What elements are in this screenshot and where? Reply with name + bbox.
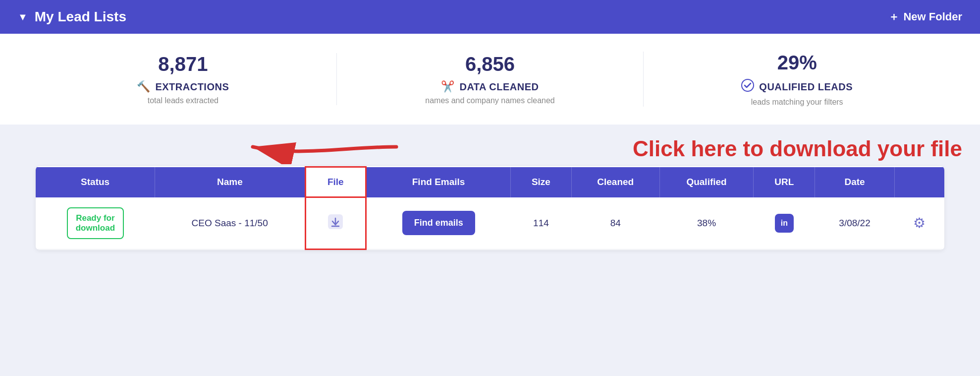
chevron-icon: ▼ xyxy=(18,11,28,23)
stat-extractions: 8,871 🔨 EXTRACTIONS total leads extracte… xyxy=(30,53,336,105)
data-cleaned-label: DATA CLEANED xyxy=(459,81,539,93)
col-status: Status xyxy=(36,167,155,197)
qualified-cell: 38% xyxy=(659,197,754,250)
file-cell xyxy=(305,197,366,250)
new-folder-label: New Folder xyxy=(903,10,962,23)
row-size: 114 xyxy=(533,218,549,228)
actions-cell: ⚙ xyxy=(894,197,944,250)
download-button[interactable] xyxy=(327,213,344,234)
col-size: Size xyxy=(511,167,571,197)
linkedin-icon[interactable]: in xyxy=(775,214,794,233)
qualified-leads-label: QUALIFIED LEADS xyxy=(759,81,853,93)
cleaned-cell: 84 xyxy=(571,197,659,250)
find-emails-button[interactable]: Find emails xyxy=(402,211,475,235)
annotation-arrow xyxy=(238,129,406,166)
header: ▼ My Lead Lists ＋ New Folder xyxy=(0,0,980,34)
url-cell: in xyxy=(754,197,815,250)
col-actions xyxy=(894,167,944,197)
qualified-leads-sub: leads matching your filters xyxy=(644,98,950,107)
data-cleaned-icon: ✂️ xyxy=(441,80,454,93)
status-cell: Ready fordownload xyxy=(36,197,155,250)
stats-bar: 8,871 🔨 EXTRACTIONS total leads extracte… xyxy=(0,34,980,125)
annotation-text: Click here to download your file xyxy=(633,136,962,161)
size-cell: 114 xyxy=(511,197,571,250)
col-name: Name xyxy=(155,167,305,197)
qualified-icon xyxy=(741,79,754,95)
col-date: Date xyxy=(815,167,894,197)
extraction-icon: 🔨 xyxy=(137,80,150,93)
col-qualified: Qualified xyxy=(659,167,754,197)
svg-point-0 xyxy=(742,79,754,91)
col-file: File xyxy=(305,167,366,197)
gear-icon[interactable]: ⚙ xyxy=(913,215,926,231)
header-left: ▼ My Lead Lists xyxy=(18,9,126,25)
row-cleaned: 84 xyxy=(610,218,621,228)
date-cell: 3/08/22 xyxy=(815,197,894,250)
page-title: My Lead Lists xyxy=(35,9,126,25)
annotation-area: Click here to download your file xyxy=(0,125,980,161)
data-cleaned-number: 6,856 xyxy=(337,53,644,75)
col-cleaned: Cleaned xyxy=(571,167,659,197)
data-cleaned-sub: names and company names cleaned xyxy=(337,96,644,105)
qualified-leads-number: 29% xyxy=(644,52,950,74)
row-qualified: 38% xyxy=(697,218,716,228)
col-url: URL xyxy=(754,167,815,197)
stat-qualified-leads: 29% QUALIFIED LEADS leads matching your … xyxy=(643,52,950,107)
status-badge: Ready fordownload xyxy=(67,207,124,240)
table-container: Status Name File Find Emails Size Cleane… xyxy=(0,161,980,286)
plus-icon: ＋ xyxy=(888,9,899,24)
row-name: CEO Saas - 11/50 xyxy=(192,218,268,228)
row-date: 3/08/22 xyxy=(839,218,870,228)
extractions-label: EXTRACTIONS xyxy=(155,81,229,93)
new-folder-button[interactable]: ＋ New Folder xyxy=(888,9,962,24)
leads-table: Status Name File Find Emails Size Cleane… xyxy=(36,166,944,250)
name-cell: CEO Saas - 11/50 xyxy=(155,197,305,250)
table-row: Ready fordownload CEO Saas - 11/50 xyxy=(36,197,944,250)
find-emails-cell: Find emails xyxy=(366,197,510,250)
stat-data-cleaned: 6,856 ✂️ DATA CLEANED names and company … xyxy=(336,53,644,105)
col-find-emails: Find Emails xyxy=(366,167,510,197)
extractions-sub: total leads extracted xyxy=(30,96,336,105)
leads-table-wrapper: Status Name File Find Emails Size Cleane… xyxy=(36,166,944,250)
extractions-number: 8,871 xyxy=(30,53,336,75)
